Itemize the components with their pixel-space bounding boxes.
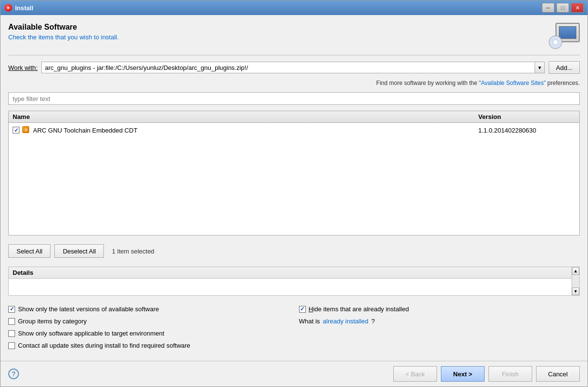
already-installed-suffix: ? (371, 318, 375, 325)
work-with-label: Work with: (8, 64, 37, 71)
already-installed-prefix: What is (299, 318, 320, 325)
work-with-combo[interactable]: arc_gnu_plugins - jar:file:/C:/Users/yun… (41, 62, 545, 73)
option-group-by-category: Group items by category (8, 318, 289, 325)
work-with-dropdown-arrow[interactable]: ▼ (535, 62, 544, 73)
option-hide-label: Hide items that are already installed (309, 305, 409, 313)
table-row[interactable]: ⚙ ARC GNU Toolchain Embedded CDT 1.1.0.2… (9, 125, 579, 135)
title-bar-controls: ─ □ ✕ (542, 3, 584, 13)
select-all-button[interactable]: Select All (8, 244, 50, 258)
work-with-row: Work with: arc_gnu_plugins - jar:file:/C… (8, 61, 580, 74)
filter-input[interactable] (8, 92, 580, 105)
row-version: 1.1.0.201402280630 (478, 127, 575, 134)
minimize-button[interactable]: ─ (542, 3, 554, 13)
monitor-screen (559, 26, 576, 39)
options-left: Show only the latest versions of availab… (8, 305, 289, 349)
scroll-up-button[interactable]: ▲ (572, 267, 579, 275)
row-name: ARC GNU Toolchain Embedded CDT (33, 127, 475, 134)
next-button[interactable]: Next > (441, 366, 485, 382)
scroll-down-button[interactable]: ▼ (572, 287, 579, 295)
details-scrollbar[interactable]: ▲ ▼ (571, 267, 579, 295)
option-already-installed: What is already installed ? (299, 318, 580, 325)
option-latest-versions: Show only the latest versions of availab… (8, 305, 289, 313)
option-group-label: Group items by category (18, 318, 87, 325)
work-with-value[interactable]: arc_gnu_plugins - jar:file:/C:/Users/yun… (42, 62, 535, 73)
software-sites-suffix: preferences. (547, 80, 580, 86)
add-button[interactable]: Add... (549, 61, 580, 74)
close-button[interactable]: ✕ (571, 3, 584, 13)
package-table: Name Version ⚙ ARC GNU Toolchain Embedde… (8, 111, 580, 236)
cancel-button[interactable]: Cancel (536, 366, 580, 382)
option-target-label: Show only software applicable to target … (18, 330, 164, 337)
header-section: Available Software Check the items that … (8, 23, 580, 49)
cd-icon (549, 35, 562, 49)
options-right: Hide items that are already installed Wh… (299, 305, 580, 349)
col-version-header: Version (478, 113, 575, 120)
install-window: ● Install ─ □ ✕ Available Software Check… (0, 0, 588, 387)
option-target-checkbox[interactable] (8, 330, 15, 337)
finish-button[interactable]: Finish (488, 366, 532, 382)
header-subtitle: Check the items that you wish to install… (8, 34, 119, 41)
buttons-row: Select All Deselect All 1 item selected (8, 241, 580, 261)
header-icon (549, 23, 580, 49)
help-icon[interactable]: ? (8, 369, 19, 379)
plugin-icon-inner: ⚙ (22, 126, 29, 133)
bottom-bar: ? < Back Next > Finish Cancel (0, 361, 588, 387)
bottom-buttons: < Back Next > Finish Cancel (393, 366, 580, 382)
option-target-env: Show only software applicable to target … (8, 330, 289, 337)
title-bar: ● Install ─ □ ✕ (0, 0, 588, 15)
window-icon: ● (4, 4, 12, 12)
already-installed-link[interactable]: already installed (323, 318, 369, 325)
page-title: Available Software (8, 23, 119, 32)
option-latest-checkbox[interactable] (8, 306, 15, 313)
option-hide-installed: Hide items that are already installed (299, 305, 580, 313)
window-title: Install (15, 4, 34, 12)
option-contact-label: Contact all update sites during install … (18, 342, 190, 349)
option-group-checkbox[interactable] (8, 318, 15, 325)
table-header: Name Version (9, 111, 579, 123)
content-area: Available Software Check the items that … (0, 15, 588, 361)
option-contact-checkbox[interactable] (8, 342, 15, 349)
back-button[interactable]: < Back (393, 366, 437, 382)
options-section: Show only the latest versions of availab… (8, 302, 580, 353)
maximize-button[interactable]: □ (556, 3, 569, 13)
divider-1 (8, 55, 580, 55)
software-sites-row: Find more software by working with the "… (8, 80, 580, 86)
col-name-header: Name (13, 113, 478, 120)
software-sites-text: Find more software by working with the (376, 80, 479, 86)
plugin-icon: ⚙ (22, 126, 30, 134)
details-header: Details (9, 267, 579, 279)
title-bar-left: ● Install (4, 4, 34, 12)
table-body: ⚙ ARC GNU Toolchain Embedded CDT 1.1.0.2… (9, 123, 579, 137)
option-latest-label: Show only the latest versions of availab… (18, 305, 159, 313)
deselect-all-button[interactable]: Deselect All (54, 244, 104, 258)
software-sites-link[interactable]: "Available Software Sites" (479, 80, 546, 86)
details-section: Details ▲ ▼ (8, 267, 580, 296)
header-text: Available Software Check the items that … (8, 23, 119, 41)
option-contact-sites: Contact all update sites during install … (8, 342, 289, 349)
selection-info: 1 item selected (108, 248, 580, 255)
row-checkbox[interactable] (13, 127, 19, 134)
option-hide-checkbox[interactable] (299, 306, 306, 313)
